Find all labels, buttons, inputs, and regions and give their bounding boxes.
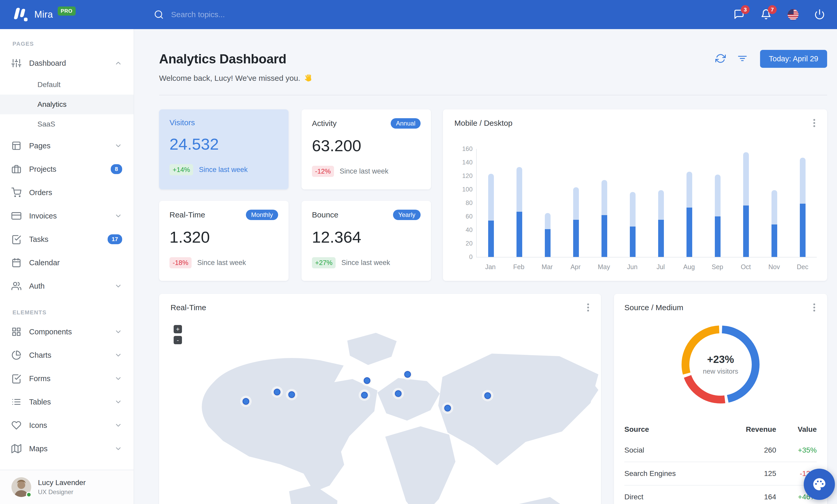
map-marker[interactable] [243,398,249,405]
bar-mobile-segment [602,215,607,257]
x-axis-labels: JanFebMarAprMayJunJulAugSepOctNovDec [476,263,817,271]
bar-desktop-segment [573,187,579,220]
sliders-icon [12,58,21,68]
bar-column-sep[interactable] [704,149,732,257]
filter-button[interactable] [737,53,749,65]
heart-icon [12,421,21,430]
source-medium-card: Source / Medium +23% new visitors [614,294,827,504]
x-tick-label: Oct [732,263,760,271]
sidebar-subitem-default[interactable]: Default [0,75,133,95]
online-status-dot [26,492,32,498]
stat-period-badge[interactable]: Monthly [246,210,278,220]
bar-mobile-segment [658,220,664,257]
sidebar-item-pages[interactable]: Pages [0,134,133,157]
sidebar-item-maps[interactable]: Maps [0,437,133,460]
card-menu-button[interactable] [809,118,819,128]
bar-mobile-segment [545,229,551,257]
user-name: Lucy Lavender [38,479,86,487]
map-zoom-in-button[interactable]: + [174,325,182,333]
main-content: Analytics Dashboard Today: April 29 Welc… [134,29,837,504]
donut-center-value: +23% [707,354,734,365]
theme-settings-fab[interactable] [804,469,835,500]
map-marker[interactable] [274,389,281,395]
sidebar-user[interactable]: Lucy Lavender UX Designer [0,470,133,504]
stat-card-bounce: Bounce Yearly 12.364 +27% Since last wee… [302,201,431,281]
x-tick-label: Sep [703,263,731,271]
sidebar-item-calendar[interactable]: Calendar [0,251,133,274]
map-marker[interactable] [364,377,370,384]
search-input[interactable] [171,10,285,19]
bar-column-nov[interactable] [760,149,788,257]
map-zoom-controls: + - [174,325,182,344]
map-zoom-out-button[interactable]: - [174,336,182,344]
table-row-search-engines[interactable]: Search Engines 125 -12% [624,462,817,485]
bar-column-dec[interactable] [788,149,817,257]
sidebar-item-orders[interactable]: Orders [0,181,133,204]
map-marker[interactable] [404,371,411,378]
col-header-source: Source [624,420,719,439]
sidebar-subitem-analytics[interactable]: Analytics [0,95,133,114]
bar-column-apr[interactable] [562,149,590,257]
projects-count-badge: 8 [111,164,122,174]
bar-column-mar[interactable] [533,149,562,257]
card-menu-button[interactable] [809,302,819,313]
bar-column-feb[interactable] [505,149,533,257]
bar-column-jul[interactable] [647,149,675,257]
briefcase-icon [12,164,21,174]
sidebar-item-charts[interactable]: Charts [0,343,133,367]
table-row-social[interactable]: Social 260 +35% [624,439,817,462]
mira-logo-icon [14,8,29,21]
sidebar-item-projects[interactable]: Projects 8 [0,157,133,181]
sidebar-item-tasks[interactable]: Tasks 17 [0,228,133,251]
notifications-button[interactable]: 7 [761,9,772,20]
y-axis-ticks: 020406080100120140160 [455,149,473,257]
x-tick-label: Mar [533,263,561,271]
map-marker[interactable] [395,390,402,397]
stat-value: 1.320 [170,228,278,246]
bar-mobile-segment [516,212,522,257]
stat-period-badge[interactable]: Yearly [393,210,421,220]
sidebar-item-icons[interactable]: Icons [0,414,133,437]
bar-column-jan[interactable] [477,149,505,257]
refresh-button[interactable] [715,53,727,65]
bar-column-oct[interactable] [732,149,760,257]
sidebar-section-elements: ELEMENTS [0,309,133,316]
pro-badge: PRO [58,6,76,16]
source-table: Source Revenue Value Social 260 +35% Sea… [624,420,817,504]
bar-column-aug[interactable] [675,149,704,257]
sidebar-item-auth[interactable]: Auth [0,274,133,298]
map-marker[interactable] [484,392,491,399]
map-marker[interactable] [288,391,295,398]
world-map[interactable] [159,320,601,504]
sidebar-item-components[interactable]: Components [0,320,133,343]
table-row-direct[interactable]: Direct 164 +46% [624,485,817,504]
palette-icon [812,477,826,491]
language-flag-us-button[interactable] [788,9,799,20]
tasks-count-badge: 17 [108,234,122,244]
messages-button[interactable]: 3 [733,9,745,20]
x-tick-label: Jun [618,263,646,271]
map-marker[interactable] [361,392,368,398]
card-menu-button[interactable] [583,302,593,313]
sidebar-item-dashboard[interactable]: Dashboard [0,52,133,75]
stat-delta-badge: +27% [312,257,336,268]
sidebar-item-tables[interactable]: Tables [0,390,133,414]
sidebar-subitem-saas[interactable]: SaaS [0,114,133,134]
brand[interactable]: Mira PRO [0,8,134,21]
bar-column-may[interactable] [590,149,618,257]
sign-out-button[interactable] [814,9,825,20]
search-icon [154,10,164,19]
today-date-button[interactable]: Today: April 29 [760,50,827,68]
sidebar-item-label: Orders [29,188,52,197]
bar-column-jun[interactable] [618,149,647,257]
x-tick-label: Dec [788,263,817,271]
map-card-title: Real-Time [171,303,590,312]
sidebar-item-forms[interactable]: Forms [0,367,133,390]
stat-delta-badge: -12% [312,166,334,177]
pie-chart-icon [12,350,21,360]
bar-mobile-segment [743,205,749,257]
sidebar-item-invoices[interactable]: Invoices [0,204,133,228]
map-marker[interactable] [444,405,451,411]
chart-title: Mobile / Desktop [455,119,816,128]
stat-period-badge[interactable]: Annual [391,118,421,129]
